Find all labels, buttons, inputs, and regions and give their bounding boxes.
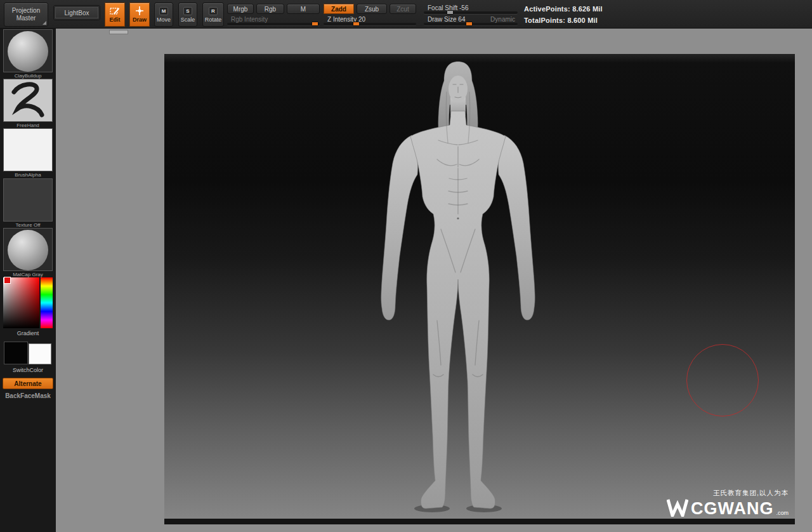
scale-icon: S [183, 7, 192, 15]
lightbox-label: LightBox [65, 10, 89, 17]
gradient-label: Gradient [0, 330, 56, 336]
draw-button[interactable]: Draw [129, 3, 150, 27]
material-sphere-icon [8, 230, 48, 270]
watermark: 王氏教育集团,以人为本 CGWANG .com [667, 489, 789, 517]
zcut-button[interactable]: Zcut [390, 4, 416, 14]
texture-label: Texture Off [3, 222, 53, 228]
move-label: Move [157, 17, 171, 23]
alternate-button[interactable]: Alternate [3, 378, 53, 389]
rgb-intensity-label: Rgb Intensity [231, 16, 268, 23]
total-points-readout: TotalPoints: 8.600 Mil [524, 17, 598, 24]
m-button[interactable]: M [287, 4, 320, 14]
secondary-color-swatch[interactable] [29, 343, 51, 364]
brush-sphere-icon [8, 31, 48, 72]
texture-selector[interactable]: Texture Off [3, 178, 53, 228]
projection-master-label-1: Projection [12, 7, 40, 15]
mrgb-label: Mrgb [233, 6, 248, 13]
alternate-label: Alternate [14, 380, 41, 387]
material-thumbnail[interactable] [3, 228, 53, 271]
projection-master-label-2: Master [16, 15, 36, 22]
z-intensity-track[interactable] [324, 23, 416, 25]
draw-size-handle[interactable] [466, 22, 473, 26]
z-intensity-slider[interactable]: Z Intensity 20 [324, 15, 416, 25]
current-color-swatch [4, 277, 11, 284]
rotate-label: Rotate [205, 17, 222, 23]
mrgb-button[interactable]: Mrgb [227, 4, 254, 14]
cgwang-logo-icon [667, 499, 688, 517]
scale-label: Scale [181, 17, 195, 23]
focal-shift-track[interactable] [424, 11, 518, 14]
edit-button[interactable]: Edit [105, 3, 125, 27]
rgb-intensity-track[interactable] [227, 23, 320, 25]
edit-icon [110, 6, 120, 15]
zcut-label: Zcut [396, 6, 409, 13]
canvas-divider-notch[interactable] [109, 30, 128, 34]
brush-thumbnail[interactable] [3, 29, 53, 72]
draw-icon [134, 6, 145, 15]
focal-shift-handle[interactable] [447, 10, 454, 15]
scale-button[interactable]: S Scale [178, 3, 197, 27]
rgb-button[interactable]: Rgb [256, 4, 284, 14]
brush-selector-claybuildup[interactable]: ClayBuildup [3, 29, 53, 79]
edit-label: Edit [110, 17, 121, 23]
move-icon: M [159, 7, 168, 15]
rotate-icon: R [209, 7, 218, 15]
saturation-value-square[interactable] [3, 277, 39, 328]
switchcolor-label: SwitchColor [0, 367, 56, 373]
main-color-swatch[interactable] [4, 342, 28, 364]
canvas-bottom-edge [164, 519, 795, 524]
draw-size-slider[interactable]: Draw Size 64 Dynamic [424, 15, 518, 25]
zadd-label: Zadd [331, 6, 346, 13]
rgb-label: Rgb [265, 6, 276, 13]
color-picker[interactable] [3, 277, 53, 328]
zsub-button[interactable]: Zsub [357, 4, 387, 14]
alpha-thumbnail[interactable] [3, 128, 53, 171]
focal-shift-slider[interactable]: Focal Shift -56 [424, 4, 518, 14]
zadd-button[interactable]: Zadd [324, 4, 354, 14]
m-label: M [301, 6, 306, 13]
zsub-label: Zsub [365, 6, 379, 13]
left-tray: ClayBuildup FreeHand BrushAlpha Texture … [0, 29, 56, 532]
projection-master-button[interactable]: Projection Master [4, 3, 48, 27]
sculpted-figure [164, 54, 795, 524]
texture-thumbnail[interactable] [3, 178, 53, 222]
stroke-selector-freehand[interactable]: FreeHand [3, 79, 53, 128]
corner-grip-icon [43, 21, 46, 25]
draw-label: Draw [133, 17, 147, 23]
dynamic-label: Dynamic [490, 16, 515, 23]
alpha-label: BrushAlpha [3, 172, 53, 178]
watermark-suffix: .com [776, 509, 789, 517]
rgb-intensity-handle[interactable] [311, 22, 318, 26]
draw-size-label: Draw Size 64 [428, 16, 465, 23]
watermark-brand: CGWANG [691, 500, 774, 517]
stroke-curve-icon [4, 79, 53, 122]
rotate-button[interactable]: R Rotate [202, 3, 224, 27]
stroke-thumbnail[interactable] [3, 79, 53, 122]
brush-cursor-circle [686, 344, 759, 416]
backfacemask-button[interactable]: BackFaceMask [0, 392, 56, 399]
workspace: 王氏教育集团,以人为本 CGWANG .com [56, 29, 812, 532]
sculpt-canvas[interactable]: 王氏教育集团,以人为本 CGWANG .com [164, 54, 795, 524]
z-intensity-handle[interactable] [353, 22, 360, 26]
watermark-cn-text: 王氏教育集团,以人为本 [667, 489, 789, 498]
brush-label: ClayBuildup [3, 73, 53, 79]
move-button[interactable]: M Move [154, 3, 173, 27]
hue-strip[interactable] [41, 277, 53, 328]
z-intensity-label: Z Intensity 20 [327, 16, 365, 23]
stroke-label: FreeHand [3, 123, 53, 128]
rgb-intensity-slider[interactable]: Rgb Intensity [227, 15, 320, 25]
alpha-selector[interactable]: BrushAlpha [3, 128, 53, 178]
material-selector-matcap-gray[interactable]: MatCap Gray [3, 228, 53, 277]
top-shelf: Projection Master LightBox Edit Draw M M… [0, 0, 812, 29]
lightbox-button[interactable]: LightBox [53, 5, 100, 20]
active-points-readout: ActivePoints: 8.626 Mil [524, 5, 603, 13]
